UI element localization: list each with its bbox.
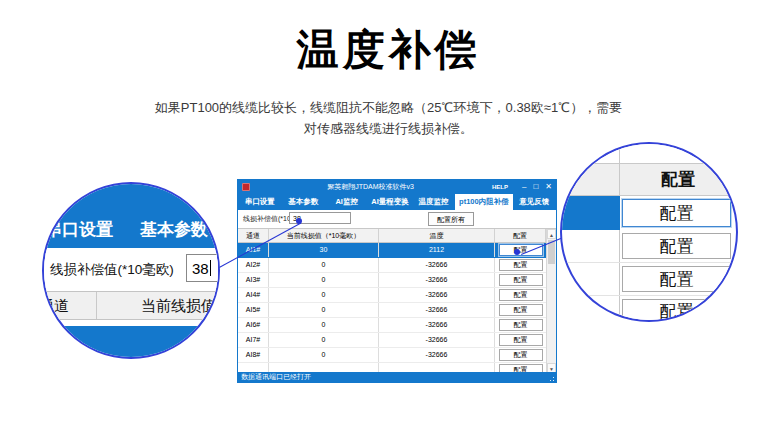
header-temp: 温度 <box>379 229 495 242</box>
cell-temp: -32666 <box>379 303 495 317</box>
cell-temp: -32666 <box>379 288 495 302</box>
status-bar: 数据通讯端口已经打开 <box>238 372 556 382</box>
cell-action: 配置 <box>495 258 546 272</box>
magnified-header-channel: 通道 <box>42 297 69 316</box>
tab-feedback[interactable]: 意见反馈 <box>513 194 556 210</box>
cell-channel: AI5# <box>238 303 269 317</box>
cell-temp: -32666 <box>379 258 495 272</box>
callout-dot-configure <box>514 249 520 255</box>
cell-loss: 0 <box>269 348 379 362</box>
app-window: 聚英翱翔JTDAM校准软件v3 HELP – □ ✕ 串口设置 基本参数 AI监… <box>237 179 557 383</box>
magnified-selected-row <box>44 326 218 357</box>
maximize-button[interactable]: □ <box>533 183 538 191</box>
scroll-down-icon[interactable]: ▼ <box>547 363 556 372</box>
magnified-top-strip <box>562 144 736 163</box>
resize-grip-icon[interactable] <box>547 374 554 381</box>
left-magnifier-callout: 串口设置 基本参数 线损补偿值(*10毫欧) 38 通道 当前线损值 <box>42 182 220 359</box>
cell-temp: -32666 <box>379 333 495 347</box>
magnified-loss-input: 38 <box>186 254 220 282</box>
configure-button[interactable]: 配置 <box>499 334 543 346</box>
table-row[interactable]: AI8# 0 -32666 配置 <box>238 348 556 363</box>
cell-loss: 0 <box>269 273 379 287</box>
table-row[interactable]: AI3# 0 -32666 配置 <box>238 273 556 288</box>
magnified-loss-label: 线损补偿值(*10毫欧) <box>50 261 174 279</box>
magnified-input-value: 38 <box>192 260 209 277</box>
cell-action: 配置 <box>495 303 546 317</box>
magnified-row-selected: 配置 <box>562 196 736 230</box>
magnified-row: 配置 <box>562 230 736 263</box>
magnified-selected-cell <box>562 196 620 230</box>
magnified-left-column <box>562 144 620 163</box>
configure-button[interactable]: 配置 <box>499 319 543 331</box>
scroll-up-icon[interactable]: ▲ <box>547 229 556 239</box>
cell-channel: AI4# <box>238 288 269 302</box>
table-row[interactable]: AI7# 0 -32666 配置 <box>238 333 556 348</box>
cell-action: 配置 <box>495 348 546 362</box>
configure-button[interactable]: 配置 <box>499 364 543 372</box>
table-row[interactable]: AI6# 0 -32666 配置 <box>238 318 556 333</box>
tab-ai-monitor[interactable]: AI监控 <box>325 194 368 210</box>
tab-basic-params[interactable]: 基本参数 <box>281 194 324 210</box>
configure-button[interactable]: 配置 <box>499 274 543 286</box>
vertical-scrollbar[interactable]: ▲ ▼ <box>546 229 556 372</box>
magnified-configure-button: 配置 <box>622 266 731 292</box>
table-row[interactable]: AI2# 0 -32666 配置 <box>238 258 556 273</box>
page-subtitle: 如果PT100的线缆比较长，线缆阻抗不能忽略（25℃环境下，0.38欧≈1℃），… <box>0 97 777 139</box>
magnified-toolbar: 线损补偿值(*10毫欧) 38 <box>44 248 218 291</box>
app-icon <box>242 183 250 191</box>
cell-action: 配置 <box>495 273 546 287</box>
subtitle-line-1: 如果PT100的线缆比较长，线缆阻抗不能忽略（25℃环境下，0.38欧≈1℃），… <box>155 100 622 115</box>
configure-button[interactable]: 配置 <box>499 349 543 361</box>
column-divider <box>96 292 97 319</box>
channel-table: 通道 当前线损值（*10毫欧） 温度 配置 AI1# 30 2112 配置 AI… <box>238 228 556 372</box>
cell-temp <box>379 363 495 372</box>
magnified-header-loss: 当前线损值 <box>141 297 216 316</box>
magnified-row-partial: 配置 <box>562 296 736 322</box>
tab-pt100-compensation[interactable]: pt100内阻补偿 <box>455 194 512 210</box>
table-row[interactable]: AI5# 0 -32666 配置 <box>238 303 556 318</box>
cell-loss: 0 <box>269 258 379 272</box>
magnified-left-column <box>562 164 620 195</box>
magnified-cell <box>562 296 620 322</box>
text-cursor <box>210 260 212 276</box>
subtitle-line-2: 对传感器线缆进行线损补偿。 <box>304 121 473 136</box>
configure-button[interactable]: 配置 <box>499 304 543 316</box>
tab-ai-range[interactable]: AI量程变换 <box>368 194 411 210</box>
magnified-configure-button: 配置 <box>622 199 731 227</box>
cell-loss: 0 <box>269 333 379 347</box>
tab-temp-monitor[interactable]: 温度监控 <box>412 194 455 210</box>
configure-all-button[interactable]: 配置所有 <box>428 212 474 226</box>
magnified-cell <box>562 263 620 295</box>
table-row[interactable]: AI1# 30 2112 配置 <box>238 243 556 258</box>
cell-channel: AI2# <box>238 258 269 272</box>
tab-bar: 串口设置 基本参数 AI监控 AI量程变换 温度监控 pt100内阻补偿 意见反… <box>238 194 556 210</box>
table-row-partial: 配置 <box>238 363 556 372</box>
minimize-button[interactable]: – <box>522 183 526 191</box>
cell-action: 配置 <box>495 333 546 347</box>
cell-loss: 0 <box>269 303 379 317</box>
help-button[interactable]: HELP <box>492 184 508 190</box>
right-magnifier-callout: 配置 配置 配置 配置 配置 <box>560 142 738 322</box>
magnified-cell <box>562 230 620 262</box>
toolbar: 线损补偿值(*10毫欧) 38 配置所有 <box>238 210 556 228</box>
cell-loss: 0 <box>269 318 379 332</box>
cell-action: 配置 <box>495 318 546 332</box>
configure-button[interactable]: 配置 <box>499 259 543 271</box>
magnified-tab-bar: 串口设置 基本参数 <box>44 184 218 248</box>
magnified-configure-button: 配置 <box>622 299 731 322</box>
cell-channel: AI3# <box>238 273 269 287</box>
magnified-right-column <box>620 144 736 163</box>
table-row[interactable]: AI4# 0 -32666 配置 <box>238 288 556 303</box>
tab-serial-settings[interactable]: 串口设置 <box>238 194 281 210</box>
page-title: 温度补偿 <box>0 22 777 78</box>
close-button[interactable]: ✕ <box>545 183 552 191</box>
magnified-row: 配置 <box>562 263 736 296</box>
magnified-action-header-row: 配置 <box>562 163 736 196</box>
callout-dot-input <box>296 218 302 224</box>
cell-loss <box>269 363 379 372</box>
magnified-tab-basic-params: 基本参数 <box>140 218 208 241</box>
configure-button[interactable]: 配置 <box>499 289 543 301</box>
cell-channel: AI6# <box>238 318 269 332</box>
cell-temp: -32666 <box>379 318 495 332</box>
cell-action: 配置 <box>495 363 546 372</box>
